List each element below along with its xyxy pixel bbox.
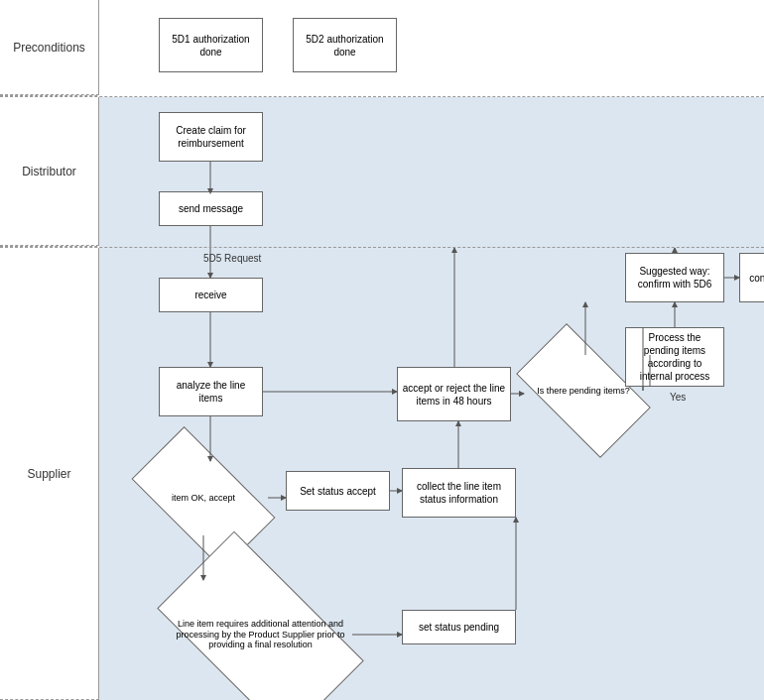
yes-label: Yes (670, 392, 686, 403)
lane-distributor: Distributor Create claim for reimburseme… (0, 96, 764, 247)
lane-supplier: Supplier 5D5 Request receive analyze the… (0, 247, 764, 700)
auth5d1-box: 5D1 authorization done (159, 18, 263, 72)
set-status-pending-box: set status pending (402, 610, 516, 644)
preconditions-label: Preconditions (0, 0, 99, 95)
set-status-accept-box: Set status accept (286, 471, 390, 511)
analyze-items-box: analyze the line items (159, 367, 263, 416)
confirm-5d5-box: confirm with 5D5 (739, 253, 764, 302)
line-item-requires-diamond: Line item requires additional attention … (169, 580, 352, 689)
create-claim-box: Create claim for reimbursement (159, 112, 263, 162)
preconditions-content: 5D1 authorization done 5D2 authorization… (99, 0, 764, 96)
5d5-request-label: 5D5 Request (203, 253, 261, 264)
lane-preconditions: Preconditions 5D1 authorization done 5D2… (0, 0, 764, 96)
send-message-box: send message (159, 191, 263, 226)
item-ok-diamond: item OK, accept (139, 461, 268, 535)
process-pending-box: Process the pending items according to i… (625, 327, 724, 387)
supplier-content: 5D5 Request receive analyze the line ite… (99, 248, 764, 700)
auth5d2-box: 5D2 authorization done (293, 18, 397, 72)
collect-line-item-box: collect the line item status information (402, 468, 516, 518)
distributor-label: Distributor (0, 97, 99, 246)
accept-reject-box: accept or reject the line items in 48 ho… (397, 367, 511, 421)
receive-box: receive (159, 278, 263, 312)
diagram-container: Preconditions 5D1 authorization done 5D2… (0, 0, 764, 700)
supplier-label: Supplier (0, 248, 99, 700)
distributor-content: Create claim for reimbursement send mess… (99, 97, 764, 248)
suggested-way-box: Suggested way: confirm with 5D6 (625, 253, 724, 302)
